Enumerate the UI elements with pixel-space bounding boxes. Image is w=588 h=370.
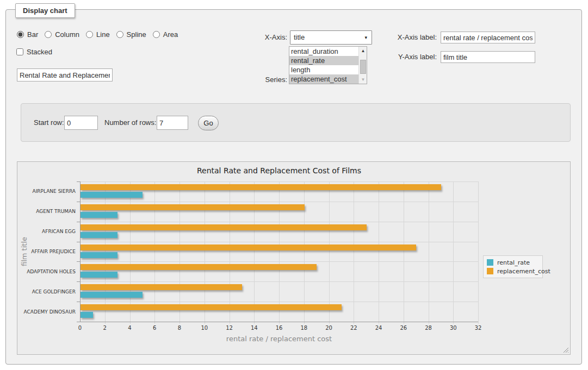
gridline-x-4: [130, 181, 131, 324]
gridline-x-8: [180, 181, 180, 324]
gridline-x-20: [329, 181, 330, 324]
gridline-category: [80, 281, 478, 282]
chart-type-label-area[interactable]: Area: [163, 30, 178, 39]
bar-replacement_cost: [81, 204, 305, 210]
x-tick-label: 18: [293, 325, 315, 331]
bar-rental_rate: [81, 212, 117, 218]
x-tick-label: 32: [467, 325, 489, 331]
scroll-down-icon[interactable]: ▼: [359, 76, 367, 84]
x-tick-label: 4: [119, 325, 141, 331]
gridline-x-18: [304, 181, 305, 324]
bar-replacement_cost: [81, 304, 342, 310]
x-tick-label: 2: [94, 325, 116, 331]
legend-swatch-icon: [487, 268, 493, 274]
chart-legend: rental_ratereplacement_cost: [483, 255, 543, 278]
chart-type-radio-column[interactable]: [45, 31, 52, 38]
bar-rental_rate: [81, 312, 93, 318]
chart-type-label-column[interactable]: Column: [55, 30, 79, 39]
gridline-x-10: [205, 181, 205, 324]
gridline-category: [80, 242, 478, 242]
bar-rental_rate: [81, 292, 143, 298]
num-rows-label: Number of rows:: [104, 116, 156, 130]
gridline-x-26: [404, 181, 404, 324]
chart-type-radio-area[interactable]: [153, 31, 160, 38]
series-listbox[interactable]: rental_durationrental_ratelengthreplacem…: [289, 46, 367, 84]
x-axis-select[interactable]: title ▾: [290, 30, 372, 45]
display-chart-fieldset: BarColumnLineSplineArea Stacked X-Axis: …: [5, 9, 582, 365]
x-tick-label: 24: [368, 325, 389, 331]
x-tick-label: 20: [318, 325, 340, 331]
chart-type-label-bar[interactable]: Bar: [27, 30, 38, 39]
series-option-rental_duration[interactable]: rental_duration: [289, 47, 358, 56]
legend-label: replacement_cost: [497, 268, 550, 275]
stacked-checkbox[interactable]: [16, 48, 23, 55]
x-tick-label: 6: [144, 325, 165, 331]
chart-yaxis-title: film title: [20, 237, 28, 266]
gridline-x-32: [478, 181, 479, 324]
bar-replacement_cost: [81, 224, 367, 230]
x-tick-label: 10: [194, 325, 215, 331]
legend-swatch-icon: [487, 259, 493, 266]
x-tick-label: 16: [268, 325, 290, 331]
series-list-label: Series:: [224, 75, 287, 84]
legend-label: rental_rate: [497, 259, 530, 266]
chart-panel: Rental Rate and Replacement Cost of Film…: [17, 161, 571, 355]
x-axis-label-label: X-Axis label:: [381, 32, 437, 43]
resize-handle-icon[interactable]: [562, 347, 568, 353]
gridline-x-24: [379, 181, 379, 324]
x-axis-select-label: X-Axis:: [224, 30, 287, 45]
scroll-up-icon[interactable]: ▲: [359, 47, 367, 55]
num-rows-input[interactable]: [157, 116, 188, 130]
stacked-label: Stacked: [27, 48, 52, 56]
category-label: ADAPTATION HOLES: [0, 269, 76, 274]
bar-replacement_cost: [81, 244, 416, 250]
scrollbar-thumb[interactable]: [360, 60, 366, 74]
x-tick-label: 30: [442, 325, 464, 331]
category-label: AGENT TRUMAN: [0, 209, 76, 214]
fieldset-legend: Display chart: [15, 3, 75, 18]
series-scrollbar[interactable]: ▲ ▼: [358, 47, 367, 84]
gridline-category: [80, 181, 478, 182]
gridline-x-30: [453, 181, 454, 324]
y-axis-label-label: Y-Axis label:: [381, 51, 437, 63]
series-option-length[interactable]: length: [289, 65, 358, 74]
series-option-replacement_cost[interactable]: replacement_cost: [289, 74, 358, 84]
x-tick-label: 12: [219, 325, 240, 331]
chart-type-radio-line[interactable]: [86, 31, 93, 38]
category-label: AFFAIR PREJUDICE: [0, 249, 76, 254]
bar-replacement_cost: [81, 264, 317, 270]
bar-replacement_cost: [81, 284, 242, 290]
chart-type-radio-group: BarColumnLineSplineArea: [17, 30, 181, 39]
x-tick-label: 22: [343, 325, 364, 331]
chart-type-label-line[interactable]: Line: [96, 30, 110, 39]
go-button[interactable]: Go: [198, 116, 219, 130]
gridline-category: [80, 202, 478, 202]
category-label: ACE GOLDFINGER: [0, 289, 76, 294]
stacked-checkbox-row: Stacked: [16, 48, 52, 56]
chart-title-input[interactable]: [17, 68, 113, 81]
gridline-x-12: [230, 181, 230, 324]
x-tick-label: 0: [69, 325, 91, 331]
chart-type-radio-bar[interactable]: [17, 31, 24, 38]
bar-rental_rate: [81, 232, 117, 238]
chart-title: Rental Rate and Replacement Cost of Film…: [80, 166, 478, 175]
y-axis-label-input[interactable]: [441, 51, 535, 63]
x-tick-label: 8: [169, 325, 190, 331]
start-row-input[interactable]: [64, 116, 98, 130]
category-tick: [77, 202, 80, 202]
bar-rental_rate: [81, 252, 117, 258]
chart-xaxis-title: rental rate / replacement cost: [80, 335, 478, 343]
series-options: rental_durationrental_ratelengthreplacem…: [289, 47, 358, 84]
x-axis-label-input[interactable]: [441, 32, 535, 43]
start-row-label: Start row:: [34, 116, 64, 130]
chart-type-label-spline[interactable]: Spline: [127, 30, 146, 39]
series-option-rental_rate[interactable]: rental_rate: [289, 56, 358, 65]
x-tick-label: 14: [243, 325, 265, 331]
category-tick: [77, 281, 80, 282]
category-label: AIRPLANE SIERRA: [0, 189, 76, 194]
x-axis-line: [80, 322, 478, 322]
bar-replacement_cost: [81, 184, 441, 190]
chart-type-radio-spline[interactable]: [116, 31, 123, 38]
category-tick: [77, 242, 80, 242]
gridline-x-28: [429, 181, 429, 324]
